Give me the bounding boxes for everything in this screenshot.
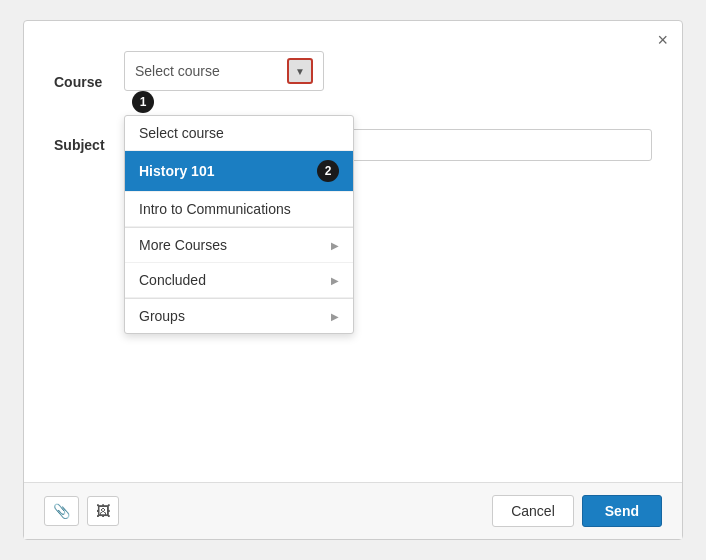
footer-right: Cancel Send	[492, 495, 662, 527]
submenu-arrow-icon: ▶	[331, 240, 339, 251]
course-row: Course Select course ▼ 1 Select course H…	[54, 51, 652, 113]
dropdown-item-intro-communications[interactable]: Intro to Communications	[125, 192, 353, 227]
submenu-arrow-icon: ▶	[331, 275, 339, 286]
dropdown-item-more-courses[interactable]: More Courses ▶	[125, 227, 353, 263]
dropdown-item-label: More Courses	[139, 237, 227, 253]
dropdown-item-concluded[interactable]: Concluded ▶	[125, 263, 353, 298]
dropdown-item-label: Intro to Communications	[139, 201, 291, 217]
attach-button[interactable]: 📎	[44, 496, 79, 526]
step2-badge: 2	[317, 160, 339, 182]
dropdown-item-label: Concluded	[139, 272, 206, 288]
media-button[interactable]: 🖼	[87, 496, 119, 526]
course-select-wrapper: Select course ▼ 1 Select course History …	[124, 51, 324, 113]
dropdown-arrow-icon: ▼	[287, 58, 313, 84]
subject-label: Subject	[54, 137, 124, 153]
dropdown-item-groups[interactable]: Groups ▶	[125, 298, 353, 333]
dropdown-item-select-course[interactable]: Select course	[125, 116, 353, 151]
step1-badge: 1	[132, 91, 154, 113]
send-button[interactable]: Send	[582, 495, 662, 527]
modal-body: Course Select course ▼ 1 Select course H…	[24, 21, 682, 482]
course-select-button[interactable]: Select course ▼	[124, 51, 324, 91]
dropdown-item-label: History 101	[139, 163, 214, 179]
dropdown-item-label: Select course	[139, 125, 224, 141]
cancel-button[interactable]: Cancel	[492, 495, 574, 527]
course-dropdown-menu: Select course History 101 2 Intro to Com…	[124, 115, 354, 334]
dropdown-item-label: Groups	[139, 308, 185, 324]
compose-modal: × Course Select course ▼ 1 Select course…	[23, 20, 683, 540]
modal-footer: 📎 🖼 Cancel Send	[24, 482, 682, 539]
attach-icon: 📎	[53, 503, 70, 519]
dropdown-item-history101[interactable]: History 101 2	[125, 151, 353, 192]
course-label: Course	[54, 74, 124, 90]
media-icon: 🖼	[96, 503, 110, 519]
course-select-text: Select course	[135, 63, 220, 79]
footer-left: 📎 🖼	[44, 496, 119, 526]
submenu-arrow-icon: ▶	[331, 311, 339, 322]
